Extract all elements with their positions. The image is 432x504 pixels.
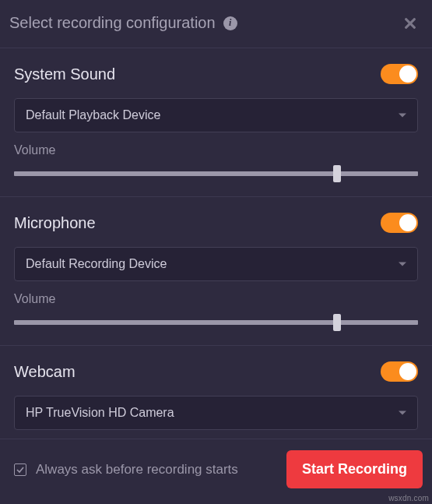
system-sound-title: System Sound — [14, 65, 115, 83]
webcam-device-value: HP TrueVision HD Camera — [26, 406, 174, 420]
chevron-down-icon — [399, 114, 406, 118]
slider-track — [14, 171, 418, 176]
webcam-toggle[interactable] — [381, 361, 418, 382]
microphone-toggle[interactable] — [381, 213, 418, 233]
webcam-section: Webcam HP TrueVision HD Camera — [0, 346, 432, 452]
webcam-title: Webcam — [14, 363, 76, 381]
info-icon[interactable]: i — [223, 16, 237, 30]
microphone-header: Microphone — [14, 213, 418, 233]
system-sound-volume-label: Volume — [14, 143, 418, 157]
chevron-down-icon — [399, 263, 406, 266]
microphone-volume-label: Volume — [14, 292, 418, 306]
close-icon[interactable] — [402, 16, 418, 31]
system-sound-volume-slider[interactable] — [14, 168, 418, 179]
system-sound-device-value: Default Playback Device — [26, 108, 160, 122]
start-recording-button[interactable]: Start Recording — [286, 450, 423, 488]
always-ask-label: Always ask before recording starts — [36, 462, 238, 478]
microphone-volume-slider[interactable] — [14, 317, 418, 328]
microphone-title: Microphone — [14, 214, 96, 232]
always-ask-checkbox[interactable] — [14, 463, 26, 476]
microphone-device-select[interactable]: Default Recording Device — [14, 247, 418, 281]
microphone-device-value: Default Recording Device — [26, 257, 167, 271]
system-sound-header: System Sound — [14, 64, 418, 84]
system-sound-section: System Sound Default Playback Device Vol… — [0, 48, 432, 197]
webcam-header: Webcam — [14, 361, 418, 382]
dialog-title: Select recording configuration — [9, 14, 216, 32]
dialog-header: Select recording configuration i — [0, 0, 432, 48]
slider-thumb[interactable] — [333, 314, 341, 331]
webcam-device-select[interactable]: HP TrueVision HD Camera — [14, 396, 418, 430]
system-sound-toggle[interactable] — [381, 64, 418, 84]
checkmark-icon — [16, 466, 24, 474]
microphone-section: Microphone Default Recording Device Volu… — [0, 197, 432, 346]
system-sound-device-select[interactable]: Default Playback Device — [14, 98, 418, 132]
slider-track — [14, 320, 418, 325]
slider-thumb[interactable] — [333, 165, 341, 182]
watermark: wsxdn.com — [388, 494, 429, 502]
chevron-down-icon — [399, 411, 406, 415]
dialog-footer: Always ask before recording starts Start… — [0, 439, 432, 504]
